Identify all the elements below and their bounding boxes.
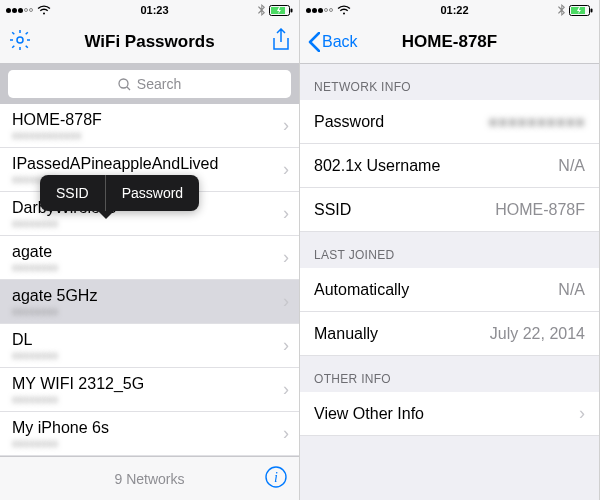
auto-value: N/A (558, 281, 585, 299)
network-pw-blurred: xxxxxxxx (12, 261, 58, 273)
chevron-left-icon (308, 32, 320, 52)
view-other-label: View Other Info (314, 405, 424, 423)
nav-title: WiFi Passwords (66, 32, 233, 52)
chevron-right-icon: › (283, 159, 289, 180)
chevron-right-icon: › (283, 115, 289, 136)
search-placeholder: Search (137, 76, 181, 92)
ssid-value: HOME-878F (495, 201, 585, 219)
network-ssid: agate 5GHz (12, 287, 97, 305)
network-count: 9 Networks (114, 471, 184, 487)
chevron-right-icon: › (283, 379, 289, 400)
chevron-right-icon: › (283, 291, 289, 312)
network-ssid: My iPhone 6s (12, 419, 109, 437)
status-time: 01:23 (140, 4, 168, 16)
signal-icon (6, 8, 33, 13)
back-label: Back (322, 33, 358, 51)
status-left (6, 5, 51, 15)
svg-point-3 (17, 37, 23, 43)
signal-icon (306, 8, 333, 13)
network-detail-screen: 01:22 Back HOME-878F NETWORK INFO Passwo… (300, 0, 600, 500)
chevron-right-icon: › (283, 335, 289, 356)
popover-arrow (98, 211, 114, 219)
network-ssid: MY WIFI 2312_5G (12, 375, 144, 393)
network-row[interactable]: HOME-878Fxxxxxxxxxxxx› (0, 104, 299, 148)
svg-point-4 (119, 79, 128, 88)
status-time: 01:22 (440, 4, 468, 16)
chevron-right-icon: › (283, 203, 289, 224)
network-pw-blurred: xxxxxxxx (12, 305, 97, 317)
row-manual-joined[interactable]: Manually July 22, 2014 (300, 312, 599, 356)
row-8021x-username[interactable]: 802.1x Username N/A (300, 144, 599, 188)
status-right (258, 4, 293, 16)
row-password[interactable]: Password ●●●●●●●●●● (300, 100, 599, 144)
username-label: 802.1x Username (314, 157, 440, 175)
network-row[interactable]: DLxxxxxxxx› (0, 324, 299, 368)
network-row[interactable]: MY WIFI 2312_5Gxxxxxxxx› (0, 368, 299, 412)
network-ssid: agate (12, 243, 58, 261)
network-ssid: DL (12, 331, 58, 349)
ssid-label: SSID (314, 201, 351, 219)
search-icon (118, 78, 131, 91)
info-icon[interactable]: i (265, 466, 287, 491)
status-right (558, 4, 593, 16)
auto-label: Automatically (314, 281, 409, 299)
network-ssid: IPassedAPineappleAndLived (12, 155, 218, 173)
svg-text:i: i (274, 470, 278, 485)
toolbar: 9 Networks i (0, 456, 299, 500)
section-header-network-info: NETWORK INFO (300, 64, 599, 100)
search-input[interactable]: Search (8, 70, 291, 98)
bluetooth-icon (258, 4, 265, 16)
battery-charging-icon (269, 5, 293, 16)
username-value: N/A (558, 157, 585, 175)
status-left (306, 5, 351, 15)
back-button[interactable]: Back (308, 32, 358, 52)
bluetooth-icon (558, 4, 565, 16)
network-row[interactable]: My iPhone 6sxxxxxxxx› (0, 412, 299, 456)
svg-line-5 (127, 87, 130, 90)
wifi-passwords-screen: 01:23 WiFi Passwords Search (0, 0, 300, 500)
chevron-right-icon: › (283, 423, 289, 444)
manual-label: Manually (314, 325, 378, 343)
password-value: ●●●●●●●●●● (488, 113, 585, 131)
manual-value: July 22, 2014 (490, 325, 585, 343)
network-pw-blurred: xxxxxxxx (12, 349, 58, 361)
copy-password-option[interactable]: Password (106, 175, 199, 211)
row-view-other-info[interactable]: View Other Info › (300, 392, 599, 436)
network-row[interactable]: agatexxxxxxxx› (0, 236, 299, 280)
network-pw-blurred: xxxxxxxx (12, 393, 144, 405)
settings-gear-icon[interactable] (8, 28, 32, 55)
status-bar: 01:22 (300, 0, 599, 20)
nav-bar: Back HOME-878F (300, 20, 599, 64)
network-list[interactable]: HOME-878Fxxxxxxxxxxxx› IPassedAPineapple… (0, 104, 299, 456)
network-pw-blurred: xxxxxxxx (12, 437, 109, 449)
wifi-icon (337, 5, 351, 15)
share-icon[interactable] (271, 28, 291, 55)
nav-bar: WiFi Passwords (0, 20, 299, 64)
search-bar: Search (0, 64, 299, 104)
svg-rect-2 (290, 8, 292, 12)
section-header-other-info: OTHER INFO (300, 356, 599, 392)
section-header-last-joined: LAST JOINED (300, 232, 599, 268)
battery-charging-icon (569, 5, 593, 16)
wifi-icon (37, 5, 51, 15)
network-row-selected[interactable]: agate 5GHzxxxxxxxx› (0, 280, 299, 324)
chevron-right-icon: › (579, 403, 585, 424)
nav-title: HOME-878F (366, 32, 533, 52)
copy-popover: SSID Password (40, 175, 199, 211)
copy-ssid-option[interactable]: SSID (40, 175, 105, 211)
status-bar: 01:23 (0, 0, 299, 20)
network-pw-blurred: xxxxxxxxxxxx (12, 129, 102, 141)
password-label: Password (314, 113, 384, 131)
network-ssid: HOME-878F (12, 111, 102, 129)
chevron-right-icon: › (283, 247, 289, 268)
svg-rect-10 (590, 8, 592, 12)
row-ssid[interactable]: SSID HOME-878F (300, 188, 599, 232)
row-auto-joined[interactable]: Automatically N/A (300, 268, 599, 312)
detail-content[interactable]: NETWORK INFO Password ●●●●●●●●●● 802.1x … (300, 64, 599, 500)
